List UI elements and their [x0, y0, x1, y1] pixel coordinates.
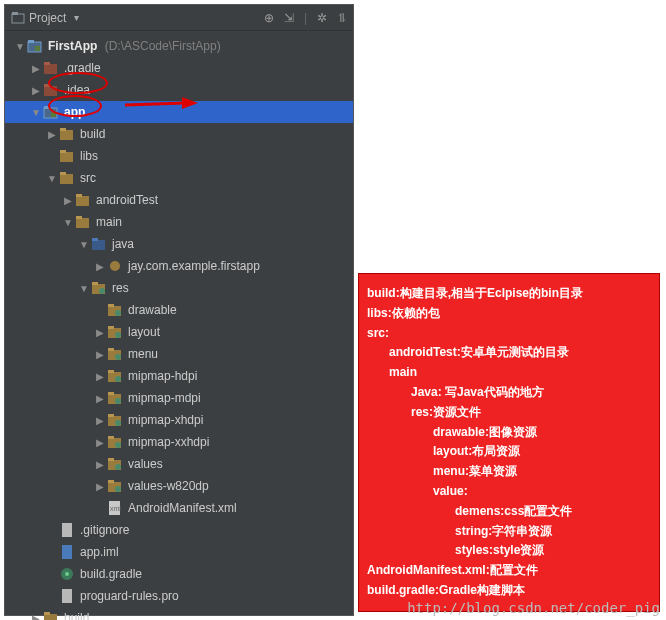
tree-item[interactable]: drawable: [5, 299, 353, 321]
svg-rect-58: [62, 545, 72, 559]
header-left[interactable]: Project ▾: [11, 11, 79, 25]
expander-icon[interactable]: ▶: [29, 613, 43, 621]
tree-item-label: libs: [80, 149, 98, 163]
tree-item[interactable]: ▶.idea: [5, 79, 353, 101]
panel-title: Project: [29, 11, 66, 25]
tree-item[interactable]: ▶mipmap-xhdpi: [5, 409, 353, 431]
expander-icon[interactable]: ▼: [61, 217, 75, 228]
expander-icon[interactable]: ▶: [45, 129, 59, 140]
tree-item[interactable]: ▶.gradle: [5, 57, 353, 79]
expander-icon[interactable]: ▼: [77, 283, 91, 294]
expander-icon[interactable]: ▼: [13, 41, 27, 52]
tree-item-label: mipmap-xxhdpi: [128, 435, 209, 449]
tree-item[interactable]: ▶menu: [5, 343, 353, 365]
expander-icon[interactable]: ▶: [61, 195, 75, 206]
folder-res-icon: [107, 368, 123, 384]
note-line: menu:菜单资源: [367, 462, 651, 482]
folder-icon: [59, 126, 75, 142]
project-panel: Project ▾ ⊕ ⇲ | ✲ ⥮ ▼FirstApp (D:\ASCode…: [4, 4, 354, 616]
note-line: main: [367, 363, 651, 383]
tree-item[interactable]: ▼src: [5, 167, 353, 189]
svg-rect-61: [62, 589, 72, 603]
svg-rect-35: [108, 348, 114, 351]
note-line: drawable:图像资源: [367, 423, 651, 443]
tree-item[interactable]: .gitignore: [5, 519, 353, 541]
project-icon: [11, 11, 25, 25]
folder-res-icon: [107, 324, 123, 340]
folder-icon: [75, 192, 91, 208]
tree-item-label: app: [64, 105, 85, 119]
tree-item[interactable]: ▼app: [5, 101, 353, 123]
tree-item[interactable]: ▼main: [5, 211, 353, 233]
expander-icon[interactable]: ▼: [29, 107, 43, 118]
folder-red-icon: [43, 82, 59, 98]
tree-item[interactable]: ▶build: [5, 607, 353, 620]
svg-rect-11: [51, 112, 56, 117]
tree-item[interactable]: ▶mipmap-mdpi: [5, 387, 353, 409]
folder-res-icon: [107, 412, 123, 428]
svg-rect-8: [44, 84, 50, 87]
folder-res-icon: [107, 346, 123, 362]
gradle-icon: [59, 566, 75, 582]
tree-item[interactable]: ▶androidTest: [5, 189, 353, 211]
svg-rect-3: [28, 40, 34, 43]
expander-icon[interactable]: ▶: [29, 85, 43, 96]
expander-icon[interactable]: ▶: [29, 63, 43, 74]
expander-icon[interactable]: ▼: [45, 173, 59, 184]
tree-item-label: .gradle: [64, 61, 101, 75]
folder-res-icon: [107, 456, 123, 472]
tree-item[interactable]: app.iml: [5, 541, 353, 563]
svg-rect-19: [76, 194, 82, 197]
note-line: styles:style资源: [367, 541, 651, 561]
tree-item[interactable]: ▶mipmap-xxhdpi: [5, 431, 353, 453]
hide-icon[interactable]: ⥮: [337, 11, 347, 25]
tree-item-label: build: [80, 127, 105, 141]
tree-item-label: mipmap-mdpi: [128, 391, 201, 405]
collapse-icon[interactable]: ⇲: [284, 11, 294, 25]
settings-icon[interactable]: ✲: [317, 11, 327, 25]
svg-point-33: [115, 332, 121, 338]
tree-item[interactable]: libs: [5, 145, 353, 167]
package-icon: [107, 258, 123, 274]
tree-item[interactable]: proguard-rules.pro: [5, 585, 353, 607]
expander-icon[interactable]: ▶: [93, 481, 107, 492]
tree-item[interactable]: ▼res: [5, 277, 353, 299]
svg-point-45: [115, 420, 121, 426]
expander-icon[interactable]: ▶: [93, 371, 107, 382]
tree-item-label: mipmap-xhdpi: [128, 413, 203, 427]
expander-icon[interactable]: ▶: [93, 261, 107, 272]
tree-item[interactable]: ▼FirstApp (D:\ASCode\FirstApp): [5, 35, 353, 57]
tree-item[interactable]: ▼java: [5, 233, 353, 255]
expander-icon[interactable]: ▶: [93, 437, 107, 448]
note-line: Java: 写Java代码的地方: [367, 383, 651, 403]
tree-item[interactable]: ▶build: [5, 123, 353, 145]
svg-point-48: [115, 442, 121, 448]
expander-icon[interactable]: ▶: [93, 393, 107, 404]
svg-rect-21: [76, 216, 82, 219]
header-toolbar: ⊕ ⇲ | ✲ ⥮: [264, 11, 347, 25]
svg-point-42: [115, 398, 121, 404]
tree-item[interactable]: build.gradle: [5, 563, 353, 585]
tree-item[interactable]: ▶values: [5, 453, 353, 475]
tree-item-label: build: [64, 611, 89, 620]
tree-item-label: layout: [128, 325, 160, 339]
expander-icon[interactable]: ▶: [93, 349, 107, 360]
chevron-down-icon: ▾: [74, 12, 79, 23]
expander-icon[interactable]: ▶: [93, 459, 107, 470]
expander-icon[interactable]: ▼: [77, 239, 91, 250]
svg-rect-0: [12, 14, 24, 23]
tree-item[interactable]: ▶mipmap-hdpi: [5, 365, 353, 387]
svg-rect-53: [108, 480, 114, 483]
tree-item[interactable]: ▶jay.com.example.firstapp: [5, 255, 353, 277]
tree-item[interactable]: ▶layout: [5, 321, 353, 343]
tree-item-label: androidTest: [96, 193, 158, 207]
target-icon[interactable]: ⊕: [264, 11, 274, 25]
svg-rect-6: [44, 62, 50, 65]
tree-item[interactable]: ▶values-w820dp: [5, 475, 353, 497]
folder-res-icon: [107, 478, 123, 494]
svg-point-24: [110, 261, 120, 271]
expander-icon[interactable]: ▶: [93, 327, 107, 338]
expander-icon[interactable]: ▶: [93, 415, 107, 426]
svg-rect-1: [12, 12, 18, 15]
tree-item[interactable]: xmlAndroidManifest.xml: [5, 497, 353, 519]
